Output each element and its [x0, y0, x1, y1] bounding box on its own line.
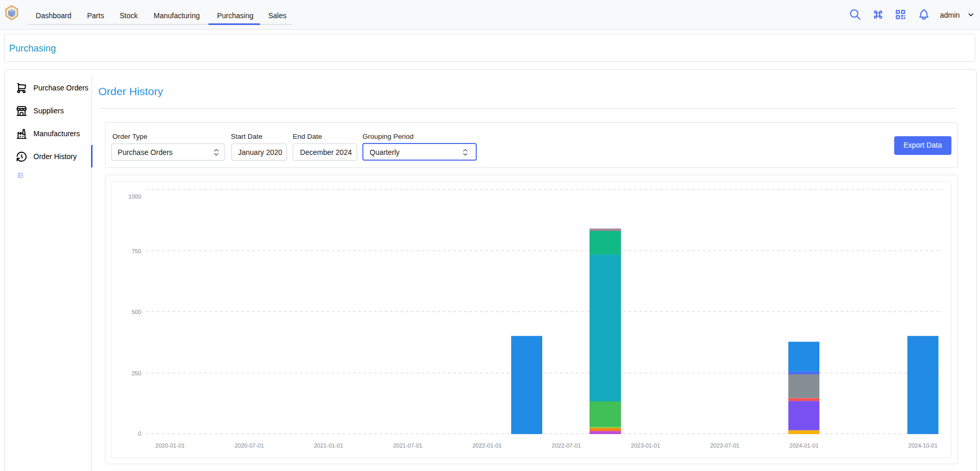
svg-text:2024-10-01: 2024-10-01 [908, 442, 937, 449]
svg-text:2024-01-01: 2024-01-01 [790, 442, 819, 449]
svg-text:2023-07-01: 2023-07-01 [710, 442, 739, 449]
svg-text:2023-01-01: 2023-01-01 [631, 442, 660, 449]
svg-text:2020-01-01: 2020-01-01 [155, 442, 185, 449]
svg-text:2021-01-01: 2021-01-01 [314, 442, 343, 449]
svg-text:2020-07-01: 2020-07-01 [235, 442, 264, 449]
svg-text:2022-01-01: 2022-01-01 [473, 442, 502, 449]
svg-text:1000: 1000 [129, 193, 141, 200]
svg-text:2021-07-01: 2021-07-01 [394, 442, 423, 449]
svg-text:250: 250 [132, 370, 141, 376]
svg-text:0: 0 [138, 430, 141, 437]
svg-text:2022-07-01: 2022-07-01 [552, 442, 581, 449]
svg-text:500: 500 [132, 309, 141, 315]
svg-text:750: 750 [132, 248, 141, 254]
